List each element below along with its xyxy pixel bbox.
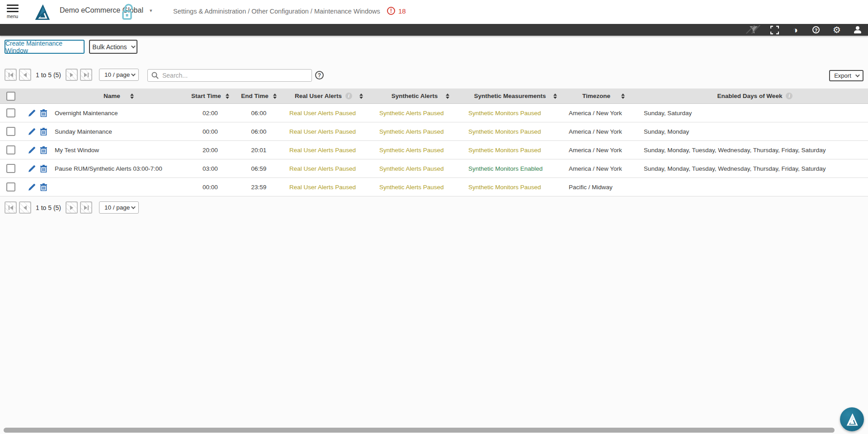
brand-logo-icon[interactable] (35, 4, 50, 22)
cell-end-time: 06:59 (235, 165, 283, 172)
row-checkbox[interactable] (6, 108, 15, 117)
cell-timezone: America / New York (565, 165, 642, 172)
row-checkbox[interactable] (6, 182, 15, 191)
cell-synthetic-measurements: Synthetic Monitors Paused (466, 128, 565, 135)
sort-icon[interactable] (130, 93, 134, 99)
delete-trash-icon[interactable] (40, 146, 47, 154)
cell-end-time: 06:00 (235, 128, 283, 135)
table-row: My Test Window 20:00 20:01 Real User Ale… (0, 141, 868, 159)
delete-trash-icon[interactable] (40, 165, 47, 173)
settings-gear-icon[interactable]: ⚙ (832, 25, 841, 34)
unlock-icon[interactable] (121, 4, 134, 23)
edit-pencil-icon[interactable] (28, 109, 36, 117)
info-icon[interactable]: i (345, 93, 352, 99)
pagination-top: 1 to 5 (5) 10 / page (5, 69, 139, 81)
contrast-icon[interactable]: ◑ (791, 25, 800, 34)
cell-timezone: America / New York (565, 110, 642, 117)
export-button[interactable]: Export (829, 70, 863, 81)
cell-real-user-alerts: Real User Alerts Paused (283, 184, 375, 191)
org-switcher[interactable]: Demo eCommerce Global ▾ (60, 6, 152, 14)
sort-icon[interactable] (446, 93, 449, 99)
icon-toolbar: ◑ ? ⚙ (0, 24, 868, 36)
edit-pencil-icon[interactable] (28, 165, 36, 173)
delete-trash-icon[interactable] (40, 109, 47, 117)
fullscreen-icon[interactable] (770, 25, 779, 34)
page-size-select[interactable]: 10 / page (99, 69, 139, 81)
previous-page-button[interactable] (19, 201, 31, 214)
first-page-button[interactable] (5, 201, 17, 214)
bulk-actions-button[interactable]: Bulk Actions (89, 40, 137, 54)
search-input[interactable] (162, 72, 308, 79)
cell-synthetic-measurements: Synthetic Monitors Paused (466, 184, 565, 191)
edit-pencil-icon[interactable] (28, 146, 36, 154)
delete-trash-icon[interactable] (40, 183, 47, 191)
row-checkbox[interactable] (6, 164, 15, 173)
cell-name: Pause RUM/Synthetic Alerts 03:00-7:00 (52, 165, 185, 172)
last-page-button[interactable] (80, 69, 92, 81)
column-header-end-time[interactable]: End Time (235, 93, 283, 99)
cell-real-user-alerts: Real User Alerts Paused (283, 110, 375, 117)
cell-start-time: 03:00 (185, 165, 235, 172)
cell-enabled-days: Sunday, Monday (642, 128, 868, 135)
chevron-down-icon: ▾ (150, 8, 152, 14)
cell-synthetic-measurements: Synthetic Monitors Paused (466, 110, 565, 117)
delete-trash-icon[interactable] (40, 128, 47, 135)
sort-icon[interactable] (553, 93, 557, 99)
cell-real-user-alerts: Real User Alerts Paused (283, 128, 375, 135)
brand-floating-button[interactable] (840, 407, 864, 431)
cell-name: Overnight Maintenance (52, 110, 185, 117)
pagination-bottom: 1 to 5 (5) 10 / page (5, 201, 139, 214)
sort-icon[interactable] (273, 93, 277, 99)
select-all-checkbox[interactable] (6, 92, 15, 101)
filter-icon[interactable] (749, 25, 758, 34)
cell-synthetic-alerts: Synthetic Alerts Paused (375, 165, 466, 172)
cell-end-time: 06:00 (235, 110, 283, 117)
edit-pencil-icon[interactable] (28, 128, 36, 135)
brand-logo-icon (845, 413, 859, 426)
next-page-button[interactable] (66, 201, 78, 214)
search-icon (151, 72, 159, 79)
cell-real-user-alerts: Real User Alerts Paused (283, 147, 375, 154)
table-row: Sunday Maintenance 00:00 06:00 Real User… (0, 122, 868, 141)
row-checkbox[interactable] (6, 127, 15, 136)
cell-timezone: Pacific / Midway (565, 184, 642, 191)
cell-synthetic-alerts: Synthetic Alerts Paused (375, 110, 466, 117)
chevron-down-icon (855, 73, 860, 77)
alert-indicator[interactable]: ! 18 (387, 7, 406, 15)
cell-real-user-alerts: Real User Alerts Paused (283, 165, 375, 172)
last-page-button[interactable] (80, 201, 92, 214)
cell-timezone: America / New York (565, 128, 642, 135)
user-profile-icon[interactable] (853, 25, 862, 34)
cell-enabled-days: Sunday, Saturday (642, 110, 868, 117)
row-checkbox[interactable] (6, 145, 15, 154)
column-header-start-time[interactable]: Start Time (185, 93, 235, 99)
column-header-synthetic-alerts[interactable]: Synthetic Alerts (375, 93, 466, 99)
help-icon[interactable]: ? (811, 25, 821, 34)
first-page-button[interactable] (5, 69, 17, 81)
info-icon[interactable]: i (786, 93, 793, 99)
horizontal-scrollbar[interactable] (4, 428, 835, 433)
column-header-enabled-days[interactable]: Enabled Days of Week i (642, 93, 868, 99)
previous-page-button[interactable] (19, 69, 31, 81)
pagination-range: 1 to 5 (5) (36, 71, 61, 79)
pagination-range: 1 to 5 (5) (36, 204, 61, 211)
cell-synthetic-measurements: Synthetic Monitors Enabled (466, 165, 565, 172)
edit-pencil-icon[interactable] (28, 183, 36, 191)
cell-synthetic-alerts: Synthetic Alerts Paused (375, 184, 466, 191)
column-header-name[interactable]: Name (52, 93, 185, 99)
maintenance-windows-table: Name Start Time End Time Real User Alert… (0, 89, 868, 196)
search-help-icon[interactable]: ? (315, 71, 324, 79)
next-page-button[interactable] (66, 69, 78, 81)
page-size-select[interactable]: 10 / page (99, 201, 139, 214)
hamburger-menu-button[interactable]: menu (7, 5, 20, 20)
create-maintenance-window-button[interactable]: Create Maintenance Window (5, 40, 85, 54)
sort-icon[interactable] (621, 93, 625, 99)
sort-icon[interactable] (359, 93, 363, 99)
bulk-actions-label: Bulk Actions (92, 43, 127, 51)
hamburger-icon (7, 5, 20, 12)
page-size-value: 10 / page (104, 204, 130, 211)
column-header-timezone[interactable]: Timezone (565, 93, 642, 99)
column-header-synthetic-measurements[interactable]: Synthetic Measurements (466, 93, 565, 99)
column-header-real-user-alerts[interactable]: Real User Alerts i (283, 93, 375, 99)
sort-icon[interactable] (226, 93, 229, 99)
